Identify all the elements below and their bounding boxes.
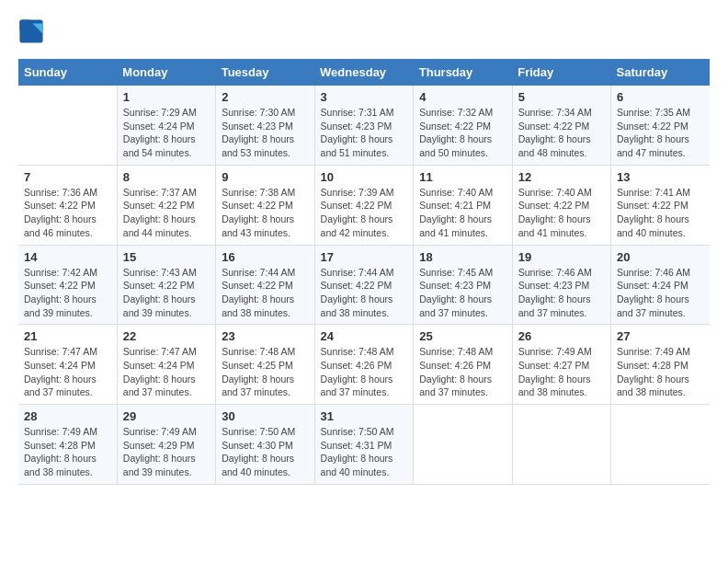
calendar-week-row: 21Sunrise: 7:47 AM Sunset: 4:24 PM Dayli… <box>18 325 710 405</box>
day-number: 7 <box>24 170 111 184</box>
day-number: 4 <box>419 90 506 104</box>
calendar-cell: 2Sunrise: 7:30 AM Sunset: 4:23 PM Daylig… <box>216 86 314 165</box>
day-info: Sunrise: 7:37 AM Sunset: 4:22 PM Dayligh… <box>123 186 210 240</box>
calendar-cell: 27Sunrise: 7:49 AM Sunset: 4:28 PM Dayli… <box>611 325 711 405</box>
calendar-cell: 10Sunrise: 7:39 AM Sunset: 4:22 PM Dayli… <box>314 165 414 245</box>
day-number: 10 <box>321 170 408 184</box>
calendar-cell: 24Sunrise: 7:48 AM Sunset: 4:26 PM Dayli… <box>314 325 414 405</box>
day-number: 26 <box>518 329 605 343</box>
day-info: Sunrise: 7:47 AM Sunset: 4:24 PM Dayligh… <box>123 345 210 399</box>
day-number: 22 <box>123 329 210 343</box>
calendar-cell <box>512 405 610 485</box>
day-info: Sunrise: 7:48 AM Sunset: 4:25 PM Dayligh… <box>222 345 308 399</box>
day-info: Sunrise: 7:40 AM Sunset: 4:21 PM Dayligh… <box>419 186 506 240</box>
day-number: 15 <box>123 250 210 264</box>
day-number: 29 <box>123 409 210 423</box>
day-info: Sunrise: 7:44 AM Sunset: 4:22 PM Dayligh… <box>321 266 408 320</box>
calendar-cell: 15Sunrise: 7:43 AM Sunset: 4:22 PM Dayli… <box>117 245 215 325</box>
calendar-cell: 30Sunrise: 7:50 AM Sunset: 4:30 PM Dayli… <box>216 405 314 485</box>
svg-rect-2 <box>19 19 31 31</box>
day-info: Sunrise: 7:44 AM Sunset: 4:22 PM Dayligh… <box>222 266 308 320</box>
calendar-week-row: 28Sunrise: 7:49 AM Sunset: 4:28 PM Dayli… <box>18 405 710 485</box>
calendar-cell: 28Sunrise: 7:49 AM Sunset: 4:28 PM Dayli… <box>18 405 117 485</box>
weekday-header-thursday: Thursday <box>414 59 512 86</box>
day-number: 19 <box>518 250 605 264</box>
day-info: Sunrise: 7:45 AM Sunset: 4:23 PM Dayligh… <box>419 266 506 320</box>
day-number: 9 <box>222 170 308 184</box>
calendar-cell <box>414 405 512 485</box>
day-number: 12 <box>518 170 605 184</box>
day-info: Sunrise: 7:31 AM Sunset: 4:23 PM Dayligh… <box>321 106 408 160</box>
calendar-table: SundayMondayTuesdayWednesdayThursdayFrid… <box>18 59 710 485</box>
day-info: Sunrise: 7:38 AM Sunset: 4:22 PM Dayligh… <box>222 186 308 240</box>
day-number: 24 <box>321 329 408 343</box>
day-info: Sunrise: 7:48 AM Sunset: 4:26 PM Dayligh… <box>321 345 408 399</box>
day-number: 8 <box>123 170 210 184</box>
day-number: 5 <box>518 90 605 104</box>
day-number: 30 <box>222 409 308 423</box>
day-info: Sunrise: 7:29 AM Sunset: 4:24 PM Dayligh… <box>123 106 210 160</box>
day-number: 16 <box>222 250 308 264</box>
day-info: Sunrise: 7:46 AM Sunset: 4:23 PM Dayligh… <box>518 266 605 320</box>
calendar-cell: 17Sunrise: 7:44 AM Sunset: 4:22 PM Dayli… <box>314 245 414 325</box>
calendar-week-row: 7Sunrise: 7:36 AM Sunset: 4:22 PM Daylig… <box>18 165 710 245</box>
calendar-cell: 12Sunrise: 7:40 AM Sunset: 4:22 PM Dayli… <box>512 165 610 245</box>
day-number: 13 <box>617 170 704 184</box>
day-number: 21 <box>24 329 111 343</box>
day-number: 25 <box>419 329 506 343</box>
calendar-cell: 16Sunrise: 7:44 AM Sunset: 4:22 PM Dayli… <box>216 245 314 325</box>
day-info: Sunrise: 7:49 AM Sunset: 4:28 PM Dayligh… <box>24 425 111 479</box>
calendar-cell: 11Sunrise: 7:40 AM Sunset: 4:21 PM Dayli… <box>414 165 512 245</box>
weekday-header-wednesday: Wednesday <box>314 59 414 86</box>
day-info: Sunrise: 7:43 AM Sunset: 4:22 PM Dayligh… <box>123 266 210 320</box>
page-header <box>18 18 710 44</box>
calendar-cell: 25Sunrise: 7:48 AM Sunset: 4:26 PM Dayli… <box>414 325 512 405</box>
day-number: 20 <box>617 250 704 264</box>
calendar-cell: 29Sunrise: 7:49 AM Sunset: 4:29 PM Dayli… <box>117 405 215 485</box>
day-number: 6 <box>617 90 704 104</box>
calendar-cell: 6Sunrise: 7:35 AM Sunset: 4:22 PM Daylig… <box>611 86 711 165</box>
day-number: 14 <box>24 250 111 264</box>
day-info: Sunrise: 7:39 AM Sunset: 4:22 PM Dayligh… <box>321 186 408 240</box>
calendar-cell: 26Sunrise: 7:49 AM Sunset: 4:27 PM Dayli… <box>512 325 610 405</box>
calendar-week-row: 14Sunrise: 7:42 AM Sunset: 4:22 PM Dayli… <box>18 245 710 325</box>
calendar-week-row: 1Sunrise: 7:29 AM Sunset: 4:24 PM Daylig… <box>18 86 710 165</box>
day-info: Sunrise: 7:32 AM Sunset: 4:22 PM Dayligh… <box>419 106 506 160</box>
day-info: Sunrise: 7:36 AM Sunset: 4:22 PM Dayligh… <box>24 186 111 240</box>
day-info: Sunrise: 7:49 AM Sunset: 4:29 PM Dayligh… <box>123 425 210 479</box>
day-info: Sunrise: 7:48 AM Sunset: 4:26 PM Dayligh… <box>419 345 506 399</box>
calendar-cell: 13Sunrise: 7:41 AM Sunset: 4:22 PM Dayli… <box>611 165 711 245</box>
day-info: Sunrise: 7:50 AM Sunset: 4:31 PM Dayligh… <box>321 425 408 479</box>
day-number: 17 <box>321 250 408 264</box>
calendar-cell: 1Sunrise: 7:29 AM Sunset: 4:24 PM Daylig… <box>117 86 215 165</box>
day-number: 11 <box>419 170 506 184</box>
day-info: Sunrise: 7:40 AM Sunset: 4:22 PM Dayligh… <box>518 186 605 240</box>
day-number: 18 <box>419 250 506 264</box>
day-number: 2 <box>222 90 308 104</box>
day-info: Sunrise: 7:49 AM Sunset: 4:27 PM Dayligh… <box>518 345 605 399</box>
day-info: Sunrise: 7:42 AM Sunset: 4:22 PM Dayligh… <box>24 266 111 320</box>
weekday-header-monday: Monday <box>117 59 215 86</box>
logo <box>18 18 46 44</box>
calendar-cell: 14Sunrise: 7:42 AM Sunset: 4:22 PM Dayli… <box>18 245 117 325</box>
day-number: 31 <box>321 409 408 423</box>
day-info: Sunrise: 7:34 AM Sunset: 4:22 PM Dayligh… <box>518 106 605 160</box>
calendar-cell: 31Sunrise: 7:50 AM Sunset: 4:31 PM Dayli… <box>314 405 414 485</box>
day-info: Sunrise: 7:49 AM Sunset: 4:28 PM Dayligh… <box>617 345 704 399</box>
calendar-cell: 23Sunrise: 7:48 AM Sunset: 4:25 PM Dayli… <box>216 325 314 405</box>
weekday-header-friday: Friday <box>512 59 610 86</box>
calendar-cell: 4Sunrise: 7:32 AM Sunset: 4:22 PM Daylig… <box>414 86 512 165</box>
calendar-cell: 7Sunrise: 7:36 AM Sunset: 4:22 PM Daylig… <box>18 165 117 245</box>
calendar-cell <box>611 405 711 485</box>
weekday-header-saturday: Saturday <box>611 59 711 86</box>
calendar-cell: 5Sunrise: 7:34 AM Sunset: 4:22 PM Daylig… <box>512 86 610 165</box>
day-info: Sunrise: 7:50 AM Sunset: 4:30 PM Dayligh… <box>222 425 308 479</box>
day-number: 27 <box>617 329 704 343</box>
calendar-cell: 19Sunrise: 7:46 AM Sunset: 4:23 PM Dayli… <box>512 245 610 325</box>
day-info: Sunrise: 7:46 AM Sunset: 4:24 PM Dayligh… <box>617 266 704 320</box>
day-number: 23 <box>222 329 308 343</box>
day-number: 28 <box>24 409 111 423</box>
logo-icon <box>18 18 44 44</box>
day-info: Sunrise: 7:41 AM Sunset: 4:22 PM Dayligh… <box>617 186 704 240</box>
calendar-cell: 9Sunrise: 7:38 AM Sunset: 4:22 PM Daylig… <box>216 165 314 245</box>
